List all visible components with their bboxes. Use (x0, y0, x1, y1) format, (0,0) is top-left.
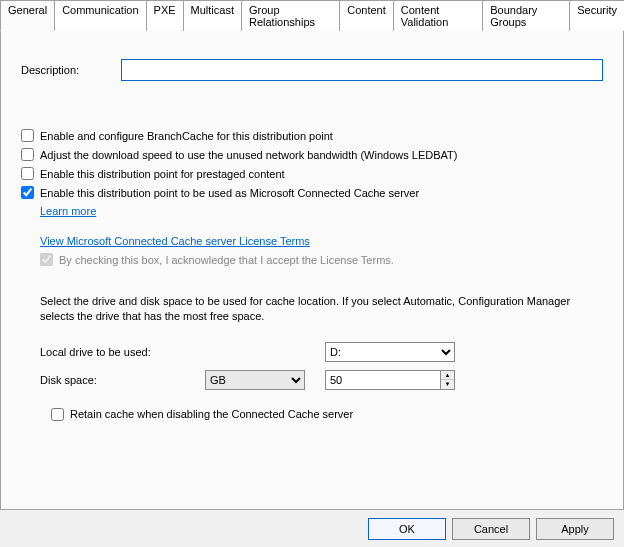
button-bar: OK Cancel Apply (368, 518, 614, 540)
prestaged-row: Enable this distribution point for prest… (21, 167, 603, 180)
tab-content[interactable]: Content (339, 0, 394, 31)
retain-cache-row: Retain cache when disabling the Connecte… (51, 408, 603, 421)
license-terms-link[interactable]: View Microsoft Connected Cache server Li… (40, 235, 310, 247)
spinner-buttons: ▲ ▼ (440, 371, 454, 389)
spinner-down-button[interactable]: ▼ (441, 380, 454, 389)
tab-general[interactable]: General (0, 0, 55, 31)
ledbat-label: Adjust the download speed to use the unu… (40, 149, 457, 161)
prestaged-checkbox[interactable] (21, 167, 34, 180)
local-drive-row: Local drive to be used: D: (40, 342, 603, 362)
tab-boundary-groups[interactable]: Boundary Groups (482, 0, 570, 31)
spinner-up-button[interactable]: ▲ (441, 371, 454, 381)
connected-cache-checkbox[interactable] (21, 186, 34, 199)
general-panel: Description: Enable and configure Branch… (0, 30, 624, 510)
disk-space-label: Disk space: (40, 374, 205, 386)
description-row: Description: (21, 59, 603, 81)
tab-pxe[interactable]: PXE (146, 0, 184, 31)
license-block: View Microsoft Connected Cache server Li… (40, 235, 603, 266)
tab-bar: General Communication PXE Multicast Grou… (0, 0, 624, 31)
local-drive-label: Local drive to be used: (40, 346, 205, 358)
tab-communication[interactable]: Communication (54, 0, 146, 31)
disk-space-unit-select[interactable]: GB (205, 370, 305, 390)
apply-button[interactable]: Apply (536, 518, 614, 540)
drive-section: Local drive to be used: D: Disk space: G… (40, 342, 603, 390)
retain-cache-label: Retain cache when disabling the Connecte… (70, 408, 353, 420)
cache-location-text: Select the drive and disk space to be us… (40, 294, 593, 324)
tab-content-validation[interactable]: Content Validation (393, 0, 483, 31)
connected-cache-row: Enable this distribution point to be use… (21, 186, 603, 199)
properties-window: General Communication PXE Multicast Grou… (0, 0, 624, 547)
ledbat-row: Adjust the download speed to use the unu… (21, 148, 603, 161)
tab-security[interactable]: Security (569, 0, 624, 31)
connected-cache-label: Enable this distribution point to be use… (40, 187, 419, 199)
options-block: Enable and configure BranchCache for thi… (21, 129, 603, 421)
license-ack-checkbox (40, 253, 53, 266)
disk-space-row: Disk space: GB ▲ ▼ (40, 370, 603, 390)
ledbat-checkbox[interactable] (21, 148, 34, 161)
branchcache-label: Enable and configure BranchCache for thi… (40, 130, 333, 142)
learn-more-link[interactable]: Learn more (40, 205, 96, 217)
tab-group-relationships[interactable]: Group Relationships (241, 0, 340, 31)
tab-multicast[interactable]: Multicast (183, 0, 242, 31)
license-ack-row: By checking this box, I acknowledge that… (40, 253, 603, 266)
prestaged-label: Enable this distribution point for prest… (40, 168, 285, 180)
retain-cache-checkbox[interactable] (51, 408, 64, 421)
local-drive-select[interactable]: D: (325, 342, 455, 362)
disk-space-value-input[interactable] (326, 371, 440, 389)
disk-space-spinner: ▲ ▼ (325, 370, 455, 390)
cancel-button[interactable]: Cancel (452, 518, 530, 540)
ok-button[interactable]: OK (368, 518, 446, 540)
license-ack-label: By checking this box, I acknowledge that… (59, 254, 394, 266)
branchcache-checkbox[interactable] (21, 129, 34, 142)
description-label: Description: (21, 64, 121, 76)
learn-more-row: Learn more (40, 205, 603, 217)
description-input[interactable] (121, 59, 603, 81)
branchcache-row: Enable and configure BranchCache for thi… (21, 129, 603, 142)
